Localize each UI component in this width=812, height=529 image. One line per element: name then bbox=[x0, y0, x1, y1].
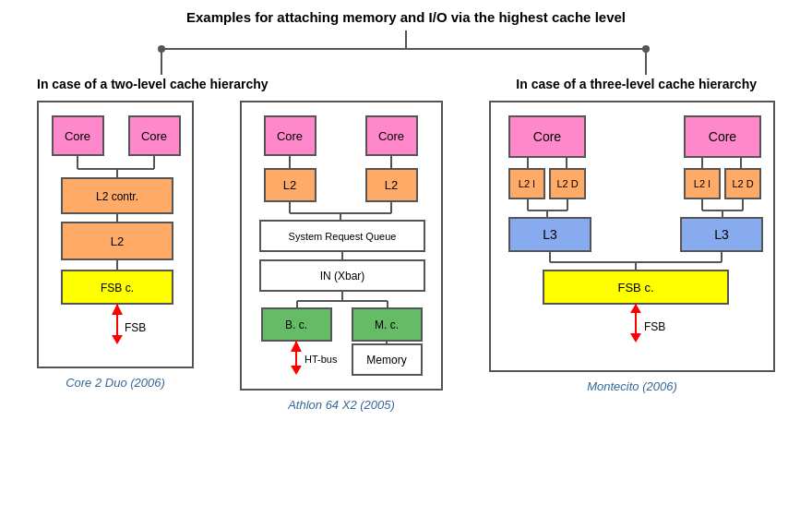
svg-text:L2 I: L2 I bbox=[694, 178, 710, 189]
diagram3-svg: Core Core L2 I L2 D L2 I L2 bbox=[500, 112, 772, 361]
diagram1-wrapper: Core Core L2 contr. L2 bbox=[37, 101, 194, 390]
svg-text:L3: L3 bbox=[714, 227, 729, 242]
svg-text:Core: Core bbox=[141, 129, 167, 143]
page-title: Examples for attaching memory and I/O vi… bbox=[0, 0, 812, 30]
svg-text:L2: L2 bbox=[385, 178, 398, 192]
svg-text:L2 D: L2 D bbox=[556, 178, 578, 189]
svg-text:FSB: FSB bbox=[644, 320, 665, 333]
diagram1-caption: Core 2 Duo (2006) bbox=[66, 376, 165, 390]
diagram3: Core Core L2 I L2 D L2 I L2 bbox=[489, 101, 775, 372]
svg-text:Core: Core bbox=[277, 129, 303, 143]
diagrams-row: Core Core L2 contr. L2 bbox=[0, 101, 812, 412]
svg-text:B. c.: B. c. bbox=[285, 319, 307, 331]
svg-text:IN (Xbar): IN (Xbar) bbox=[320, 270, 365, 283]
svg-text:L3: L3 bbox=[543, 227, 557, 242]
svg-text:L2: L2 bbox=[283, 178, 296, 192]
section1-header: In case of a two-level cache hierarchy bbox=[37, 77, 269, 91]
svg-text:M. c.: M. c. bbox=[375, 319, 399, 331]
svg-text:L2: L2 bbox=[111, 234, 124, 248]
diagram1: Core Core L2 contr. L2 bbox=[37, 101, 194, 368]
svg-text:System Request Queue: System Request Queue bbox=[289, 231, 397, 242]
diagram3-caption: Montecito (2006) bbox=[587, 379, 677, 393]
svg-point-5 bbox=[642, 45, 650, 53]
svg-marker-23 bbox=[112, 304, 123, 315]
svg-text:L2 D: L2 D bbox=[732, 178, 753, 189]
diagram1-svg: Core Core L2 contr. L2 bbox=[48, 112, 186, 352]
diagram2-svg: Core Core L2 L2 System Requ bbox=[251, 112, 436, 379]
svg-text:Core: Core bbox=[709, 129, 737, 144]
svg-text:FSB c.: FSB c. bbox=[617, 281, 653, 295]
svg-text:L2 contr.: L2 contr. bbox=[96, 190, 138, 203]
svg-marker-54 bbox=[291, 341, 302, 352]
section-headers: In case of a two-level cache hierarchy I… bbox=[0, 77, 812, 91]
svg-marker-24 bbox=[112, 335, 123, 344]
diagram3-wrapper: Core Core L2 I L2 D L2 I L2 bbox=[489, 101, 775, 393]
section2-header: In case of a three-level cache hierarchy bbox=[516, 77, 757, 91]
svg-text:Memory: Memory bbox=[366, 354, 406, 367]
svg-marker-96 bbox=[630, 333, 641, 343]
title-tree bbox=[0, 30, 812, 77]
svg-marker-55 bbox=[291, 366, 302, 375]
svg-text:FSB c.: FSB c. bbox=[101, 282, 134, 295]
diagram2-caption: Athlon 64 X2 (2005) bbox=[288, 398, 395, 412]
svg-point-4 bbox=[158, 45, 165, 53]
svg-text:L2 I: L2 I bbox=[519, 178, 535, 189]
svg-text:Core: Core bbox=[378, 129, 404, 143]
diagram2: Core Core L2 L2 System Requ bbox=[240, 101, 443, 391]
svg-text:Core: Core bbox=[533, 129, 562, 144]
svg-text:HT-bus: HT-bus bbox=[304, 354, 338, 365]
svg-text:FSB: FSB bbox=[125, 321, 146, 334]
svg-marker-95 bbox=[630, 304, 641, 313]
svg-text:Core: Core bbox=[65, 129, 90, 143]
diagram2-wrapper: Core Core L2 L2 System Requ bbox=[240, 101, 443, 412]
